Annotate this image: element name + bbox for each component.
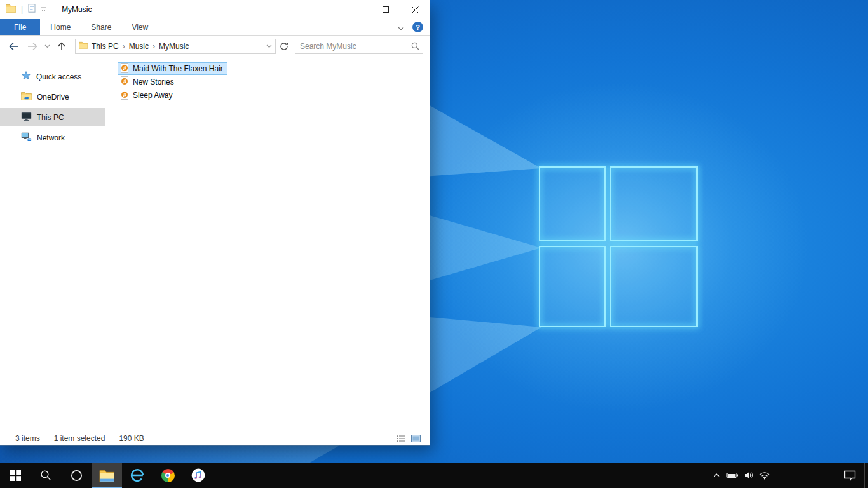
sidebar-item-onedrive[interactable]: OneDrive <box>0 88 105 106</box>
chrome-icon <box>161 469 175 482</box>
search-button[interactable] <box>407 39 423 53</box>
internet-explorer-icon <box>130 468 145 483</box>
battery-icon <box>726 471 739 479</box>
sidebar-item-quick-access[interactable]: Quick access <box>0 67 105 86</box>
tab-home[interactable]: Home <box>40 19 81 35</box>
sidebar-item-label: Network <box>37 133 65 142</box>
cortana-icon <box>71 470 83 482</box>
close-icon <box>412 6 419 13</box>
breadcrumb-this-pc[interactable]: This PC <box>88 42 123 51</box>
file-row-maid-with-the-flaxen-hair[interactable]: Maid With The Flaxen Hair <box>118 62 227 75</box>
wifi-icon <box>759 471 770 480</box>
navigation-pane: Quick access OneDrive This PC Network <box>0 57 105 431</box>
show-desktop-button[interactable] <box>864 463 868 488</box>
thumbnail-view-button[interactable] <box>411 435 421 442</box>
window-title: MyMusic <box>62 5 92 14</box>
tab-share[interactable]: Share <box>81 19 121 35</box>
file-row-new-stories[interactable]: New Stories <box>118 76 179 88</box>
music-file-icon <box>119 76 130 88</box>
taskbar <box>0 463 868 488</box>
computer-icon <box>21 112 32 123</box>
address-bar[interactable]: This PC › Music › MyMusic <box>75 39 276 54</box>
taskbar-file-explorer-button[interactable] <box>92 463 122 488</box>
sidebar-item-label: Quick access <box>36 72 81 81</box>
music-file-icon <box>119 90 130 102</box>
forward-button[interactable] <box>23 37 42 55</box>
maximize-icon <box>383 6 389 13</box>
network-icon <box>21 132 32 144</box>
hidden-icons-button[interactable] <box>709 463 724 488</box>
windows-start-icon <box>10 470 21 481</box>
taskbar-itunes-button[interactable] <box>183 463 214 488</box>
minimize-button[interactable] <box>342 0 371 19</box>
volume-icon <box>743 471 754 480</box>
chevron-up-icon <box>712 471 721 480</box>
up-button[interactable] <box>52 37 71 55</box>
details-view-button[interactable] <box>397 435 406 442</box>
back-arrow-icon <box>8 42 19 51</box>
address-folder-icon <box>79 41 88 51</box>
close-button[interactable] <box>400 0 430 19</box>
sidebar-item-network[interactable]: Network <box>0 128 105 147</box>
action-center-button[interactable] <box>836 463 864 488</box>
maximize-button[interactable] <box>371 0 400 19</box>
file-name: Maid With The Flaxen Hair <box>133 64 223 73</box>
breadcrumb-music[interactable]: Music <box>125 42 153 51</box>
chevron-down-icon <box>44 44 50 48</box>
battery-button[interactable] <box>724 463 740 488</box>
details-view-icon <box>397 435 406 442</box>
address-dropdown-button[interactable] <box>262 39 275 53</box>
tab-file[interactable]: File <box>0 19 40 35</box>
expand-ribbon-chevron-icon[interactable] <box>398 22 404 33</box>
up-arrow-icon <box>57 41 66 51</box>
wifi-button[interactable] <box>756 463 772 488</box>
file-list: Maid With The Flaxen Hair New Stories Sl… <box>105 57 430 431</box>
status-bar: 3 items 1 item selected 190 KB <box>0 431 430 445</box>
ribbon-tab-strip: File Home Share View ? <box>0 19 430 36</box>
thumbnail-view-icon <box>411 435 421 442</box>
help-icon[interactable]: ? <box>412 22 423 32</box>
itunes-icon <box>191 468 205 482</box>
search-box <box>295 39 423 54</box>
file-explorer-window: | MyMusic File Home Share View <box>0 0 430 445</box>
sidebar-item-this-pc[interactable]: This PC <box>0 108 105 126</box>
taskbar-cortana-button[interactable] <box>61 463 92 488</box>
minimize-icon <box>353 6 360 13</box>
refresh-icon <box>280 42 288 51</box>
chevron-down-icon <box>266 44 272 48</box>
start-button[interactable] <box>0 463 31 488</box>
file-row-sleep-away[interactable]: Sleep Away <box>118 89 177 102</box>
windows-logo <box>539 167 697 327</box>
qat-divider: | <box>21 5 23 14</box>
search-input[interactable] <box>295 42 407 51</box>
qat-page-icon[interactable] <box>28 4 36 15</box>
volume-button[interactable] <box>740 463 756 488</box>
file-explorer-icon <box>99 469 114 482</box>
item-count: 3 items <box>15 434 40 443</box>
taskbar-chrome-button[interactable] <box>153 463 183 488</box>
sidebar-item-label: This PC <box>37 113 64 122</box>
forward-arrow-icon <box>27 42 38 51</box>
file-name: Sleep Away <box>133 91 173 100</box>
action-center-icon <box>844 470 856 481</box>
file-name: New Stories <box>133 78 174 86</box>
tab-view[interactable]: View <box>121 19 158 35</box>
music-file-icon <box>119 63 130 75</box>
qat-customize-chevron-icon[interactable] <box>41 4 46 15</box>
search-icon <box>40 470 51 481</box>
folder-icon[interactable] <box>6 4 16 15</box>
refresh-button[interactable] <box>277 39 291 54</box>
search-icon <box>411 42 419 50</box>
system-tray <box>709 463 772 488</box>
sidebar-item-label: OneDrive <box>37 93 69 102</box>
star-icon <box>21 71 31 83</box>
navigation-bar: This PC › Music › MyMusic <box>0 36 430 57</box>
recent-locations-button[interactable] <box>42 37 52 55</box>
selection-size: 190 KB <box>119 434 144 443</box>
back-button[interactable] <box>4 37 23 55</box>
taskbar-internet-explorer-button[interactable] <box>122 463 153 488</box>
titlebar[interactable]: | MyMusic <box>0 0 430 19</box>
onedrive-folder-icon <box>21 92 32 102</box>
breadcrumb-mymusic[interactable]: MyMusic <box>155 42 193 51</box>
taskbar-search-button[interactable] <box>31 463 61 488</box>
